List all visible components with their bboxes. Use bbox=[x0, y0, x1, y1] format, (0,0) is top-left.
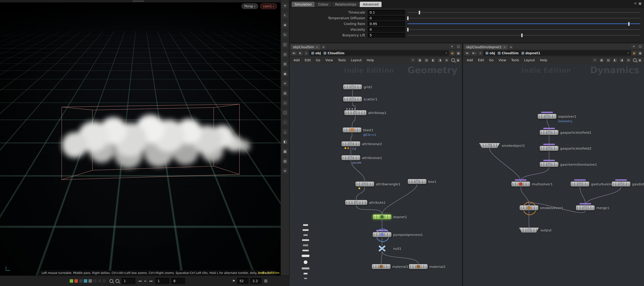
pointer-mode-icon[interactable]: ↖ bbox=[410, 58, 416, 62]
shape-palette-icon[interactable]: ◨ bbox=[619, 58, 624, 62]
node-gasintermittentsolve1[interactable]: gasintermittentsolve1 bbox=[540, 162, 558, 167]
node-scatter1[interactable]: scatter1 bbox=[343, 97, 362, 102]
shape-palette-icon[interactable]: ◨ bbox=[438, 58, 442, 62]
forward-button[interactable]: ▶▾ bbox=[471, 51, 477, 55]
path-field[interactable]: objCloudSim ▾ bbox=[310, 51, 449, 56]
menu-layout[interactable]: Layout bbox=[522, 58, 537, 63]
playbar-chip-6[interactable] bbox=[98, 279, 102, 283]
path-crumb-obj[interactable]: obj bbox=[486, 51, 495, 55]
node-shape-item[interactable] bbox=[303, 244, 308, 246]
node-gasparticletofield2[interactable]: gasparticletofield2 bbox=[540, 146, 558, 151]
points-display-icon[interactable]: ∴ bbox=[282, 119, 288, 125]
path-dropdown-icon[interactable]: ▾ bbox=[446, 52, 447, 55]
zoom-in-icon[interactable] bbox=[110, 279, 113, 283]
param-list-icon[interactable]: ≡ bbox=[634, 1, 637, 5]
linked-pane-icon[interactable]: ▣ bbox=[638, 51, 643, 55]
align-icon[interactable]: ⊞ bbox=[444, 58, 449, 62]
node-shape-item[interactable] bbox=[304, 278, 307, 279]
pin-icon[interactable]: ◉ bbox=[632, 51, 636, 55]
current-frame-field[interactable]: 1 bbox=[122, 278, 135, 284]
network-canvas[interactable]: Indie Edition Dynamics sopsolver1Geometr… bbox=[463, 63, 644, 286]
color-palette-icon[interactable]: ◧ bbox=[612, 58, 618, 62]
node-blast1[interactable]: blast1@Cd.r=1 bbox=[343, 128, 362, 133]
node-multisolver1[interactable]: multisolver1 bbox=[511, 181, 530, 186]
scale-tool-icon[interactable]: ◰ bbox=[282, 41, 288, 48]
align-icon[interactable]: ⊞ bbox=[626, 58, 631, 62]
param-slider[interactable] bbox=[408, 22, 640, 26]
pane-tab[interactable]: obj/CloudSim × bbox=[291, 44, 320, 50]
playbar-grid-icon[interactable]: ⊞ bbox=[264, 279, 268, 283]
jump-end-button[interactable]: ►► bbox=[149, 280, 154, 283]
node-smokeobject1[interactable]: smokeobject1 bbox=[479, 143, 500, 148]
menu-tools[interactable]: Tools bbox=[509, 58, 521, 63]
node-merge1[interactable]: merge1 bbox=[576, 205, 595, 210]
path-crumb-cloudsim[interactable]: CloudSim bbox=[324, 51, 344, 55]
menu-go[interactable]: Go bbox=[314, 58, 322, 63]
home-button[interactable]: ⌂ bbox=[478, 51, 483, 55]
home-button[interactable]: ⌂ bbox=[304, 51, 308, 55]
param-tab-simulation[interactable]: Simulation bbox=[292, 2, 314, 7]
pin-icon[interactable]: ◉ bbox=[450, 51, 455, 55]
wireframe-icon[interactable]: ◇ bbox=[282, 100, 288, 106]
pane-splitter[interactable] bbox=[0, 0, 280, 2]
path-crumb-cloudsim[interactable]: CloudSim bbox=[498, 51, 519, 55]
node-shape-item[interactable] bbox=[302, 250, 309, 251]
menu-tools[interactable]: Tools bbox=[336, 58, 348, 63]
network-overview-icon[interactable]: ▣ bbox=[456, 58, 460, 62]
menu-view[interactable]: View bbox=[323, 58, 335, 63]
range-end-field[interactable]: 8 bbox=[171, 278, 185, 284]
menu-layout[interactable]: Layout bbox=[349, 58, 364, 63]
fps-field[interactable]: 52 bbox=[237, 278, 248, 284]
param-slider[interactable] bbox=[408, 33, 640, 37]
slider-handle[interactable] bbox=[521, 33, 523, 37]
list-mode-icon[interactable]: ▤ bbox=[424, 58, 429, 62]
close-tab-icon[interactable]: × bbox=[503, 45, 506, 49]
cache-icon[interactable]: ▤ bbox=[282, 158, 288, 164]
param-screen-icon[interactable]: ▣ bbox=[638, 1, 642, 5]
snap-icon[interactable]: ⊞ bbox=[282, 61, 288, 67]
light-icon[interactable]: ☀ bbox=[282, 80, 288, 86]
grid-snap-icon[interactable]: ▦ bbox=[417, 58, 422, 62]
node-attribnoise1[interactable]: attribnoise1pscale bbox=[342, 155, 360, 160]
playbar-chip-5[interactable] bbox=[93, 279, 97, 283]
split-pane-icon[interactable]: ◫ bbox=[638, 44, 643, 49]
range-start-field[interactable]: 1 bbox=[156, 278, 169, 284]
color-palette-icon[interactable]: ◧ bbox=[431, 58, 436, 62]
view-tool-icon[interactable]: ◎ bbox=[282, 51, 288, 57]
node-shape-item[interactable] bbox=[304, 273, 308, 275]
node-material2[interactable]: material2 bbox=[409, 264, 428, 269]
param-value-field[interactable]: 0.95 bbox=[368, 21, 405, 26]
menu-edit[interactable]: Edit bbox=[302, 58, 313, 63]
step-field[interactable]: 2.2 bbox=[250, 278, 262, 284]
node-null1[interactable]: null1 bbox=[373, 246, 392, 251]
menu-add[interactable]: Add bbox=[464, 58, 475, 63]
menu-add[interactable]: Add bbox=[291, 58, 302, 63]
node-material1[interactable]: material1 bbox=[372, 264, 390, 269]
node-pyropostprocess1[interactable]: pyropostprocess1 bbox=[373, 232, 392, 237]
forward-button[interactable]: ▶ bbox=[298, 51, 303, 55]
param-tab-advanced[interactable]: Advanced bbox=[360, 2, 382, 7]
path-crumb-dopnet1[interactable]: dopnet1 bbox=[522, 51, 540, 55]
zoom-out-icon[interactable] bbox=[116, 279, 119, 283]
playbar-chip-0[interactable] bbox=[70, 279, 73, 283]
node-shape-item[interactable] bbox=[303, 224, 308, 226]
menu-help[interactable]: Help bbox=[364, 58, 376, 63]
select-tool-icon[interactable]: ↖ bbox=[282, 12, 288, 18]
menu-view[interactable]: View bbox=[496, 58, 508, 63]
grid-snap-icon[interactable]: ▦ bbox=[599, 58, 604, 62]
node-attribloop1[interactable]: attribloop1 bbox=[344, 110, 366, 115]
network-search-icon[interactable] bbox=[451, 58, 455, 62]
node-attribnoise2[interactable]: attribnoise2Cd bbox=[342, 141, 360, 146]
node-shape-item[interactable] bbox=[304, 234, 308, 236]
path-dropdown-icon[interactable]: ▾ bbox=[628, 52, 629, 55]
slider-handle[interactable] bbox=[628, 22, 630, 26]
node-grid1[interactable]: grid1 bbox=[343, 84, 362, 89]
playbar-chip-4[interactable] bbox=[88, 279, 92, 283]
node-shape-item[interactable] bbox=[304, 260, 308, 264]
normals-display-icon[interactable]: ⊥ bbox=[282, 129, 288, 135]
translate-tool-icon[interactable]: ✚ bbox=[282, 22, 288, 28]
linked-pane-icon[interactable]: ▣ bbox=[456, 51, 461, 55]
jump-start-button[interactable]: ◄◄ bbox=[137, 280, 142, 283]
path-crumb-obj[interactable]: obj bbox=[311, 51, 321, 55]
camera-icon[interactable]: ◉ bbox=[282, 71, 288, 77]
